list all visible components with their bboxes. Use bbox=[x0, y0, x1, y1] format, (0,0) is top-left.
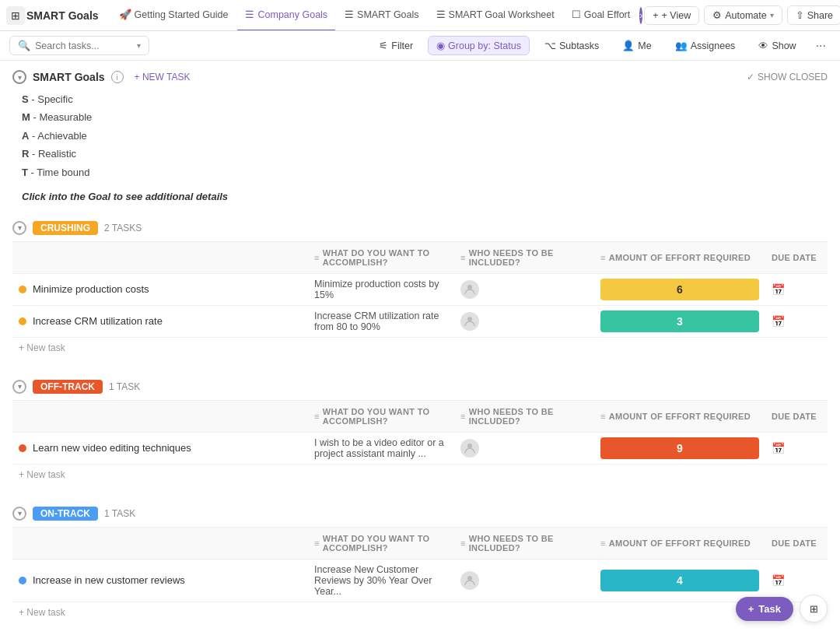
col-due-off-track: DUE DATE bbox=[765, 404, 828, 429]
tab-company-goals-label: Company Goals bbox=[257, 9, 327, 20]
group-collapse-crushing[interactable]: ▾ bbox=[12, 221, 26, 235]
effort-cell-0-0: 6 bbox=[594, 275, 765, 303]
group-collapse-off-track[interactable]: ▾ bbox=[12, 380, 26, 394]
group-collapse-on-track[interactable]: ▾ bbox=[12, 507, 26, 521]
automate-label: Automate bbox=[725, 10, 767, 21]
tab-smart-goals-label: SMART Goals bbox=[357, 9, 418, 20]
tab-smart-goals[interactable]: ☰ SMART Goals bbox=[337, 0, 426, 31]
due-cell-1-0[interactable]: 📅 bbox=[765, 437, 828, 459]
group-by-button[interactable]: ◉ Group by: Status bbox=[428, 36, 530, 55]
new-task-row-off-track[interactable]: + New task bbox=[12, 465, 828, 485]
tab-smart-goal-worksheet[interactable]: ☰ SMART Goal Worksheet bbox=[429, 0, 562, 31]
fab-task-button[interactable]: + Task bbox=[736, 597, 793, 621]
filter-button[interactable]: ⚟ Filter bbox=[370, 36, 422, 55]
accomplish-cell-0-1: Increase CRM utilization rate from 80 to… bbox=[308, 306, 454, 337]
tab-company-goals[interactable]: ☰ Company Goals bbox=[237, 0, 335, 31]
table-row[interactable]: Increase in new customer reviews Increas… bbox=[12, 560, 828, 602]
toolbar-actions: ⚟ Filter ◉ Group by: Status ⌥ Subtasks 👤… bbox=[370, 36, 831, 56]
accomplish-cell-0-0: Minimize production costs by 15% bbox=[308, 274, 454, 305]
table-row[interactable]: Learn new video editing techniques I wis… bbox=[12, 433, 828, 465]
show-closed-button[interactable]: ✓ SHOW CLOSED bbox=[747, 72, 828, 82]
fab-grid-button[interactable]: ⊞ bbox=[800, 595, 828, 623]
assignees-button[interactable]: 👥 Assignees bbox=[667, 36, 744, 55]
view-button[interactable]: + + View bbox=[644, 6, 699, 25]
tab-goal-effort[interactable]: ☐ Goal Effort bbox=[564, 0, 639, 31]
accomplish-cell-1-0: I wish to be a video editor or a project… bbox=[308, 433, 454, 464]
person-icon-2-0 bbox=[460, 571, 479, 590]
info-icon[interactable]: i bbox=[111, 71, 124, 83]
search-input[interactable] bbox=[35, 40, 132, 51]
tab-smart-goal-worksheet-label: SMART Goal Worksheet bbox=[449, 9, 555, 20]
effort-cell-2-0: 4 bbox=[594, 567, 765, 595]
col-task bbox=[12, 531, 308, 556]
me-button[interactable]: 👤 Me bbox=[614, 36, 660, 55]
checkmark-icon: ✓ bbox=[747, 72, 754, 82]
person-icon-0-0 bbox=[460, 280, 479, 299]
me-icon: 👤 bbox=[622, 40, 635, 51]
person-icon-0-1 bbox=[460, 312, 479, 331]
task-cell-1-0: Learn new video editing techniques bbox=[12, 437, 308, 458]
more-tabs-btn[interactable]: › bbox=[639, 7, 642, 24]
smart-item-a: A - Achievable bbox=[22, 127, 828, 145]
due-cell-0-0[interactable]: 📅 bbox=[765, 279, 828, 300]
col-accomplish-on-track: ≡ WHAT DO YOU WANT TO ACCOMPLISH? bbox=[308, 531, 454, 556]
show-button[interactable]: 👁 Show bbox=[750, 37, 804, 55]
calendar-icon-0-0[interactable]: 📅 bbox=[772, 283, 785, 296]
section-collapse-btn[interactable]: ▾ bbox=[12, 70, 26, 84]
subtasks-button[interactable]: ⌥ Subtasks bbox=[536, 36, 607, 55]
getting-started-icon: 🚀 bbox=[119, 9, 131, 20]
automate-icon: ⚙ bbox=[712, 9, 722, 21]
calendar-icon-0-1[interactable]: 📅 bbox=[772, 315, 785, 328]
fab-grid-icon: ⊞ bbox=[810, 603, 818, 615]
col-accomplish-crushing: ≡ WHAT DO YOU WANT TO ACCOMPLISH? bbox=[308, 245, 454, 270]
new-task-row-crushing[interactable]: + New task bbox=[12, 338, 828, 358]
col-included-crushing: ≡ WHO NEEDS TO BE INCLUDED? bbox=[454, 245, 594, 270]
task-dot-1-0 bbox=[19, 444, 26, 452]
new-task-button[interactable]: + NEW TASK bbox=[130, 70, 195, 84]
search-box[interactable]: 🔍 ▾ bbox=[9, 36, 149, 55]
fab-plus-icon: + bbox=[748, 603, 754, 615]
smart-item-m: M - Measurable bbox=[22, 108, 828, 126]
table-row[interactable]: Minimize production costs Minimize produ… bbox=[12, 274, 828, 306]
group-count-on-track: 1 TASK bbox=[104, 508, 135, 519]
person-cell-0-1 bbox=[454, 307, 594, 335]
table-row[interactable]: Increase CRM utilization rate Increase C… bbox=[12, 306, 828, 338]
calendar-icon-2-0[interactable]: 📅 bbox=[772, 574, 785, 587]
task-name-0-0: Minimize production costs bbox=[33, 283, 149, 295]
svg-point-3 bbox=[467, 576, 472, 581]
effort-bar-0-1: 3 bbox=[600, 310, 759, 332]
assignees-icon: 👥 bbox=[675, 40, 688, 51]
tab-getting-started[interactable]: 🚀 Getting Started Guide bbox=[111, 0, 236, 31]
col-task bbox=[12, 404, 308, 429]
due-cell-2-0[interactable]: 📅 bbox=[765, 570, 828, 591]
new-task-row-on-track[interactable]: + New task bbox=[12, 602, 828, 623]
task-cell-0-1: Increase CRM utilization rate bbox=[12, 310, 308, 332]
effort-bar-0-0: 6 bbox=[600, 279, 759, 300]
group-on-track: ▾ ON-TRACK 1 TASK ≡ WHAT DO YOU WANT TO … bbox=[12, 503, 828, 623]
task-cell-2-0: Increase in new customer reviews bbox=[12, 570, 308, 591]
col-task bbox=[12, 245, 308, 270]
calendar-icon-1-0[interactable]: 📅 bbox=[772, 442, 785, 454]
toolbar-more-button[interactable]: ··· bbox=[811, 36, 831, 56]
automate-button[interactable]: ⚙ Automate ▾ bbox=[704, 5, 782, 25]
group-count-off-track: 1 TASK bbox=[109, 381, 140, 392]
due-cell-0-1[interactable]: 📅 bbox=[765, 310, 828, 332]
search-icon: 🔍 bbox=[18, 40, 30, 51]
table-header-crushing: ≡ WHAT DO YOU WANT TO ACCOMPLISH? ≡ WHO … bbox=[12, 241, 828, 274]
task-dot-2-0 bbox=[19, 577, 26, 584]
show-closed-label: SHOW CLOSED bbox=[758, 72, 828, 82]
subtasks-icon: ⌥ bbox=[544, 40, 556, 51]
chevron-down-icon: ▾ bbox=[770, 11, 774, 19]
groups-container: ▾ CRUSHING 2 TASKS ≡ WHAT DO YOU WANT TO… bbox=[12, 218, 828, 635]
search-chevron-icon[interactable]: ▾ bbox=[137, 41, 141, 50]
person-cell-2-0 bbox=[454, 567, 594, 595]
col-included-on-track: ≡ WHO NEEDS TO BE INCLUDED? bbox=[454, 531, 594, 556]
task-name-0-1: Increase CRM utilization rate bbox=[33, 315, 163, 327]
svg-point-1 bbox=[467, 317, 472, 321]
show-label: Show bbox=[772, 40, 796, 51]
col-accomplish-off-track: ≡ WHAT DO YOU WANT TO ACCOMPLISH? bbox=[308, 404, 454, 429]
share-icon: ⇧ bbox=[796, 9, 804, 21]
share-button[interactable]: ⇧ Share bbox=[787, 5, 840, 25]
group-icon: ◉ bbox=[436, 40, 445, 51]
toolbar: 🔍 ▾ ⚟ Filter ◉ Group by: Status ⌥ Subtas… bbox=[0, 31, 840, 61]
